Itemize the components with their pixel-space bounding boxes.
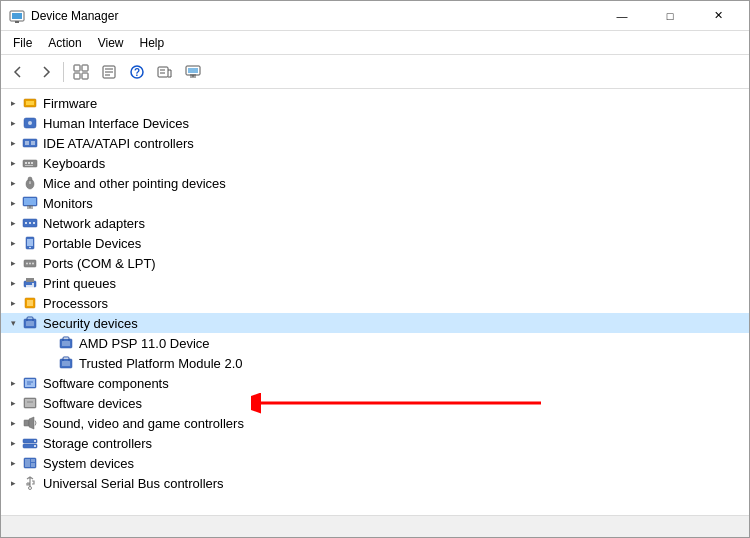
svg-rect-46 bbox=[27, 239, 33, 246]
expander-firmware[interactable] bbox=[5, 95, 21, 111]
expander-mice[interactable] bbox=[5, 175, 21, 191]
svg-point-78 bbox=[34, 445, 36, 447]
expander-security[interactable] bbox=[5, 315, 21, 331]
hid-label: Human Interface Devices bbox=[43, 116, 189, 131]
expander-processors[interactable] bbox=[5, 295, 21, 311]
usb-icon bbox=[21, 475, 39, 491]
tree-item-software-devices[interactable]: Software devices bbox=[1, 393, 749, 413]
software-devices-label: Software devices bbox=[43, 396, 142, 411]
expander-hid[interactable] bbox=[5, 115, 21, 131]
tree-item-amd-psp[interactable]: AMD PSP 11.0 Device bbox=[1, 333, 749, 353]
minimize-button[interactable]: — bbox=[599, 1, 645, 31]
menu-view[interactable]: View bbox=[90, 31, 132, 54]
expander-amd-psp bbox=[41, 335, 57, 351]
display-button[interactable] bbox=[180, 59, 206, 85]
tree-item-ide[interactable]: IDE ATA/ATAPI controllers bbox=[1, 133, 749, 153]
menu-help[interactable]: Help bbox=[132, 31, 173, 54]
mice-icon bbox=[21, 175, 39, 191]
print-icon bbox=[21, 275, 39, 291]
tree-item-keyboards[interactable]: Keyboards bbox=[1, 153, 749, 173]
svg-rect-68 bbox=[25, 379, 35, 387]
toolbar-separator-1 bbox=[63, 62, 64, 82]
menu-bar: File Action View Help bbox=[1, 31, 749, 55]
svg-rect-72 bbox=[25, 399, 35, 407]
tree-item-processors[interactable]: Processors bbox=[1, 293, 749, 313]
svg-point-43 bbox=[29, 222, 31, 224]
svg-rect-29 bbox=[25, 162, 27, 164]
tree-item-firmware[interactable]: Firmware bbox=[1, 93, 749, 113]
properties-button[interactable] bbox=[96, 59, 122, 85]
expander-keyboards[interactable] bbox=[5, 155, 21, 171]
expander-software-devices[interactable] bbox=[5, 395, 21, 411]
device-manager-button[interactable] bbox=[68, 59, 94, 85]
expander-system[interactable] bbox=[5, 455, 21, 471]
expander-monitors[interactable] bbox=[5, 195, 21, 211]
tree-item-mice[interactable]: Mice and other pointing devices bbox=[1, 173, 749, 193]
tree-item-ports[interactable]: Ports (COM & LPT) bbox=[1, 253, 749, 273]
tree-item-software-components[interactable]: Software components bbox=[1, 373, 749, 393]
ports-icon bbox=[21, 255, 39, 271]
svg-rect-32 bbox=[25, 165, 33, 166]
device-manager-window: Device Manager — □ ✕ File Action View He… bbox=[0, 0, 750, 538]
scan-button[interactable] bbox=[152, 59, 178, 85]
software-devices-icon bbox=[21, 395, 39, 411]
tree-view[interactable]: Firmware Human Interface Devices bbox=[1, 89, 749, 515]
maximize-button[interactable]: □ bbox=[647, 1, 693, 31]
expander-software-components[interactable] bbox=[5, 375, 21, 391]
expander-portable[interactable] bbox=[5, 235, 21, 251]
tree-item-print[interactable]: Print queues bbox=[1, 273, 749, 293]
svg-point-77 bbox=[34, 440, 36, 442]
svg-rect-66 bbox=[62, 361, 70, 366]
tree-item-usb[interactable]: Universal Serial Bus controllers bbox=[1, 473, 749, 493]
tree-item-network[interactable]: Network adapters bbox=[1, 213, 749, 233]
svg-rect-2 bbox=[15, 21, 19, 23]
svg-rect-4 bbox=[82, 65, 88, 71]
window-title: Device Manager bbox=[31, 9, 599, 23]
expander-usb[interactable] bbox=[5, 475, 21, 491]
menu-file[interactable]: File bbox=[5, 31, 40, 54]
expander-storage[interactable] bbox=[5, 435, 21, 451]
tree-item-monitors[interactable]: Monitors bbox=[1, 193, 749, 213]
svg-rect-17 bbox=[188, 68, 198, 73]
system-label: System devices bbox=[43, 456, 134, 471]
expander-print[interactable] bbox=[5, 275, 21, 291]
content-area: Firmware Human Interface Devices bbox=[1, 89, 749, 515]
svg-rect-13 bbox=[158, 67, 168, 77]
keyboards-label: Keyboards bbox=[43, 156, 105, 171]
window-controls: — □ ✕ bbox=[599, 1, 741, 31]
expander-network[interactable] bbox=[5, 215, 21, 231]
ide-icon bbox=[21, 135, 39, 151]
forward-button[interactable] bbox=[33, 59, 59, 85]
svg-rect-54 bbox=[26, 285, 34, 289]
tree-item-sound[interactable]: Sound, video and game controllers bbox=[1, 413, 749, 433]
tree-item-portable[interactable]: Portable Devices bbox=[1, 233, 749, 253]
svg-point-83 bbox=[29, 487, 32, 490]
svg-point-47 bbox=[29, 247, 31, 249]
keyboards-icon bbox=[21, 155, 39, 171]
tree-item-storage[interactable]: Storage controllers bbox=[1, 433, 749, 453]
tpm-label: Trusted Platform Module 2.0 bbox=[79, 356, 243, 371]
svg-rect-81 bbox=[31, 459, 35, 462]
help-button[interactable]: ? bbox=[124, 59, 150, 85]
app-icon bbox=[9, 8, 25, 24]
tree-item-hid[interactable]: Human Interface Devices bbox=[1, 113, 749, 133]
usb-label: Universal Serial Bus controllers bbox=[43, 476, 224, 491]
monitors-icon bbox=[21, 195, 39, 211]
close-button[interactable]: ✕ bbox=[695, 1, 741, 31]
svg-rect-57 bbox=[27, 300, 33, 306]
network-label: Network adapters bbox=[43, 216, 145, 231]
expander-ports[interactable] bbox=[5, 255, 21, 271]
svg-text:?: ? bbox=[134, 67, 140, 78]
tree-item-security[interactable]: Security devices bbox=[1, 313, 749, 333]
tree-item-system[interactable]: System devices bbox=[1, 453, 749, 473]
back-button[interactable] bbox=[5, 59, 31, 85]
expander-ide[interactable] bbox=[5, 135, 21, 151]
sound-label: Sound, video and game controllers bbox=[43, 416, 244, 431]
tree-item-tpm[interactable]: Trusted Platform Module 2.0 bbox=[1, 353, 749, 373]
expander-sound[interactable] bbox=[5, 415, 21, 431]
amd-psp-label: AMD PSP 11.0 Device bbox=[79, 336, 210, 351]
monitors-label: Monitors bbox=[43, 196, 93, 211]
svg-point-24 bbox=[28, 121, 32, 125]
title-bar: Device Manager — □ ✕ bbox=[1, 1, 749, 31]
menu-action[interactable]: Action bbox=[40, 31, 89, 54]
